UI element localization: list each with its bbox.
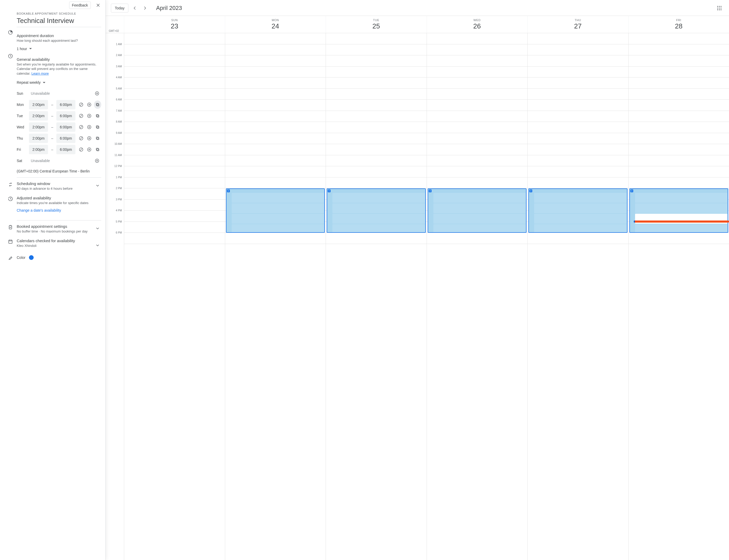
- day-number: 27: [528, 22, 628, 30]
- block-handle[interactable]: [630, 189, 728, 193]
- next-week-button[interactable]: [141, 4, 149, 12]
- schedule-title-input[interactable]: [17, 15, 101, 27]
- appointment-slot[interactable]: [635, 203, 728, 213]
- color-select[interactable]: [29, 255, 35, 260]
- end-time-input[interactable]: 6:00pm: [56, 145, 75, 154]
- day-column[interactable]: [124, 33, 225, 560]
- checked-heading: Calendars checked for availability: [17, 239, 93, 243]
- start-time-input[interactable]: 2:00pm: [29, 134, 48, 143]
- grid-icon: [227, 189, 230, 192]
- add-slot-icon[interactable]: [86, 145, 93, 154]
- feedback-button[interactable]: Feedback: [69, 2, 91, 9]
- end-time-input[interactable]: 6:00pm: [56, 122, 75, 132]
- hour-label: 7 AM: [116, 109, 122, 112]
- prev-week-button[interactable]: [130, 4, 139, 12]
- hour-label: 4 PM: [116, 209, 122, 212]
- appointment-slot[interactable]: [534, 193, 627, 203]
- timezone-select[interactable]: (GMT+02:00) Central European Time - Berl…: [17, 169, 101, 173]
- day-column[interactable]: [527, 33, 628, 560]
- clear-slot-icon[interactable]: [77, 100, 85, 109]
- day-column[interactable]: [225, 33, 326, 560]
- appointment-slot[interactable]: [332, 224, 425, 233]
- close-icon[interactable]: [95, 2, 101, 8]
- copy-slot-icon[interactable]: [94, 100, 101, 109]
- appointment-slot[interactable]: [232, 214, 324, 224]
- appointment-slot[interactable]: [232, 203, 324, 213]
- day-header-fri[interactable]: FRI28: [628, 16, 729, 33]
- block-handle[interactable]: [226, 189, 325, 193]
- appointment-slot[interactable]: [332, 214, 425, 224]
- appointment-slot[interactable]: [534, 203, 627, 213]
- day-column[interactable]: [427, 33, 528, 560]
- day-header-mon[interactable]: MON24: [225, 16, 326, 33]
- appointment-slot[interactable]: [433, 214, 526, 224]
- day-header-thu[interactable]: THU27: [527, 16, 628, 33]
- day-number: 26: [427, 22, 528, 30]
- copy-slot-icon[interactable]: [94, 112, 101, 120]
- start-time-input[interactable]: 2:00pm: [29, 122, 48, 132]
- clear-slot-icon[interactable]: [77, 134, 85, 142]
- scheduling-window-section[interactable]: Scheduling window 60 days in advance to …: [0, 178, 105, 195]
- appointment-slot[interactable]: [232, 224, 324, 233]
- clear-slot-icon[interactable]: [77, 112, 85, 120]
- day-column[interactable]: [628, 33, 729, 560]
- copy-slot-icon[interactable]: [94, 134, 101, 142]
- appointment-slot[interactable]: [232, 193, 324, 203]
- today-button[interactable]: Today: [111, 4, 128, 13]
- svg-rect-10: [96, 115, 98, 117]
- appointment-slot[interactable]: [332, 203, 425, 213]
- appointment-block[interactable]: [327, 188, 426, 233]
- repeat-select[interactable]: Repeat weekly: [17, 80, 45, 85]
- day-number: 28: [629, 22, 729, 30]
- calendar-grid[interactable]: 1 AM2 AM3 AM4 AM5 AM6 AM7 AM8 AM9 AM10 A…: [106, 33, 729, 560]
- appointment-block[interactable]: [226, 188, 325, 233]
- appointment-slot[interactable]: [635, 224, 728, 233]
- start-time-input[interactable]: 2:00pm: [29, 145, 48, 154]
- block-handle[interactable]: [529, 189, 627, 193]
- day-header-sun[interactable]: SUN23: [124, 16, 225, 33]
- appointment-block[interactable]: [629, 188, 728, 233]
- duration-select[interactable]: 1 hour: [17, 47, 32, 51]
- calendars-checked-section[interactable]: Calendars checked for availability Kleo …: [0, 237, 105, 252]
- add-slot-icon[interactable]: [93, 157, 101, 165]
- add-slot-icon[interactable]: [86, 100, 93, 109]
- busy-event[interactable]: [634, 221, 729, 223]
- appointment-slot[interactable]: [433, 193, 526, 203]
- end-time-input[interactable]: 6:00pm: [56, 134, 75, 143]
- change-availability-link[interactable]: Change a date's availability: [17, 208, 61, 212]
- add-slot-icon[interactable]: [93, 89, 101, 98]
- copy-slot-icon[interactable]: [94, 145, 101, 154]
- end-time-input[interactable]: 6:00pm: [56, 111, 75, 121]
- day-header-wed[interactable]: WED26: [427, 16, 528, 33]
- add-slot-icon[interactable]: [86, 112, 93, 120]
- appointment-slot[interactable]: [433, 203, 526, 213]
- start-time-input[interactable]: 2:00pm: [29, 111, 48, 121]
- booked-settings-section[interactable]: Booked appointment settings No buffer ti…: [0, 221, 105, 237]
- appointment-slot[interactable]: [635, 193, 728, 203]
- add-slot-icon[interactable]: [86, 123, 93, 131]
- time-separator: –: [49, 125, 55, 129]
- avail-row-wed: Wed 2:00pm – 6:00pm: [17, 122, 101, 132]
- appointment-slot[interactable]: [332, 193, 425, 203]
- start-time-input[interactable]: 2:00pm: [29, 100, 48, 109]
- grid-icon: [529, 189, 532, 192]
- learn-more-link[interactable]: Learn more: [31, 72, 49, 75]
- day-column[interactable]: [326, 33, 427, 560]
- apps-grid-icon[interactable]: [716, 5, 722, 11]
- copy-slot-icon[interactable]: [94, 123, 101, 131]
- clear-slot-icon[interactable]: [77, 123, 85, 131]
- appointment-slot[interactable]: [534, 214, 627, 224]
- appointment-slot[interactable]: [534, 224, 627, 233]
- appointment-slot[interactable]: [433, 224, 526, 233]
- block-handle[interactable]: [428, 189, 526, 193]
- appointment-block[interactable]: [528, 188, 628, 233]
- clear-slot-icon[interactable]: [77, 145, 85, 154]
- day-header-tue[interactable]: TUE25: [326, 16, 427, 33]
- end-time-input[interactable]: 6:00pm: [56, 100, 75, 109]
- svg-point-32: [717, 9, 718, 10]
- block-handle[interactable]: [327, 189, 425, 193]
- svg-point-33: [719, 9, 720, 10]
- add-slot-icon[interactable]: [86, 134, 93, 142]
- dow: FRI: [629, 19, 729, 22]
- appointment-block[interactable]: [428, 188, 527, 233]
